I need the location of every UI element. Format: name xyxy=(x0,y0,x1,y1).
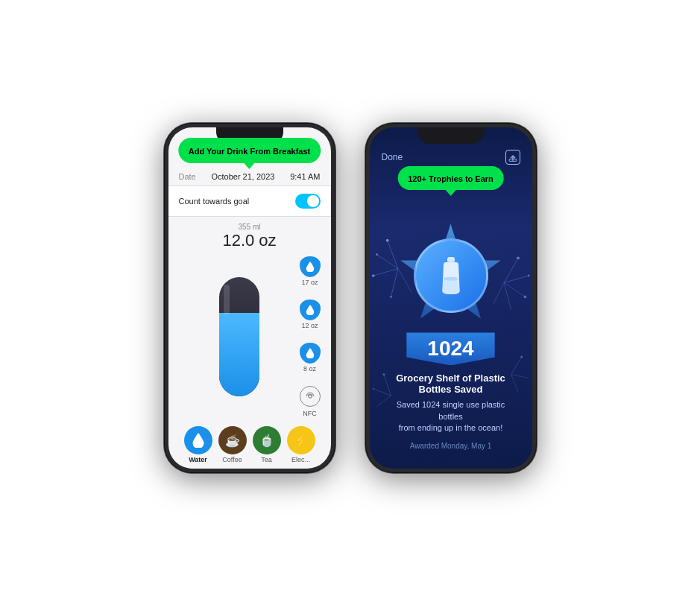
electrolyte-label: Elec... xyxy=(291,456,310,463)
tooltip-text: Add Your Drink From Breakfast xyxy=(189,147,310,156)
electrolyte-icon: ⚡ xyxy=(287,426,315,454)
size-12oz-drop xyxy=(300,299,321,320)
water-bottle xyxy=(219,277,259,396)
water-label: Water xyxy=(189,456,207,463)
add-drink-tooltip: Add Your Drink From Breakfast xyxy=(178,138,321,163)
trophies-tooltip-text: 120+ Trophies to Earn xyxy=(408,174,494,183)
size-17oz-label: 17 oz xyxy=(301,279,318,286)
amount-ml: 355 ml xyxy=(168,223,331,231)
size-17oz-button[interactable]: 17 oz xyxy=(300,256,321,286)
size-8oz-button[interactable]: 8 oz xyxy=(300,343,321,372)
size-8oz-label: 8 oz xyxy=(303,365,316,372)
main-area: 17 oz 12 oz 8 oz xyxy=(168,253,331,420)
phone-1: Add Your Drink From Breakfast Date Octob… xyxy=(164,123,335,473)
coffee-label: Coffee xyxy=(222,456,242,463)
trophy-number: 1024 xyxy=(427,337,473,361)
share-icon[interactable] xyxy=(505,150,520,165)
water-icon xyxy=(184,426,212,454)
nfc-icon xyxy=(300,386,321,407)
done-button[interactable]: Done xyxy=(382,152,403,162)
trophy-description: Saved 1024 single use plastic bottlesfro… xyxy=(385,399,517,434)
number-shield: 1024 xyxy=(406,332,494,365)
trophy-date: Awarded Monday, May 1 xyxy=(385,442,517,450)
date-value: October 21, 2023 xyxy=(211,172,274,181)
phone-2: Done 120+ Trophies to Earn xyxy=(365,123,537,473)
bottle-liquid xyxy=(219,313,259,396)
toggle-row[interactable]: Count towards goal xyxy=(168,186,331,217)
drink-electrolyte[interactable]: ⚡ Elec... xyxy=(287,426,315,463)
trophy-area: 1024 Grocery Shelf of Plastic Bottles Sa… xyxy=(370,168,532,469)
date-time: 9:41 AM xyxy=(290,172,320,181)
nfc-label: NFC xyxy=(303,410,317,417)
number-banner: 1024 xyxy=(406,332,494,365)
coffee-icon: ☕ xyxy=(218,426,247,454)
count-goal-toggle[interactable] xyxy=(295,194,321,209)
drink-water[interactable]: Water xyxy=(184,426,212,463)
app-container: Add Your Drink From Breakfast Date Octob… xyxy=(164,123,537,473)
drink-row: Water ☕ Coffee 🍵 Tea ⚡ Elec... xyxy=(168,420,331,469)
star-inner xyxy=(414,238,488,313)
phone-2-inner: Done 120+ Trophies to Earn xyxy=(370,127,532,469)
bottle-wrap xyxy=(179,256,300,417)
phone-2-screen: Done 120+ Trophies to Earn xyxy=(370,127,532,469)
top-bar: Done xyxy=(370,127,532,168)
bottle-outer xyxy=(219,277,259,396)
amount-display: 355 ml 12.0 oz xyxy=(168,217,331,253)
size-17oz-drop xyxy=(300,256,321,277)
star-badge xyxy=(399,224,503,328)
toggle-label: Count towards goal xyxy=(179,197,250,206)
drink-coffee[interactable]: ☕ Coffee xyxy=(218,426,247,463)
nfc-button[interactable]: NFC xyxy=(300,386,321,417)
svg-point-0 xyxy=(308,395,311,398)
phone-1-screen: Add Your Drink From Breakfast Date Octob… xyxy=(168,127,331,469)
size-12oz-button[interactable]: 12 oz xyxy=(300,299,321,329)
bottle-highlight xyxy=(224,285,230,314)
tea-label: Tea xyxy=(261,456,272,463)
tea-icon: 🍵 xyxy=(253,426,281,454)
trophy-text-block: Grocery Shelf of Plastic Bottles Saved S… xyxy=(370,365,532,449)
size-buttons: 17 oz 12 oz 8 oz xyxy=(300,256,321,417)
trophies-tooltip: 120+ Trophies to Earn xyxy=(397,166,504,190)
trophy-title: Grocery Shelf of Plastic Bottles Saved xyxy=(385,372,517,395)
bottle-svg xyxy=(438,257,464,294)
size-8oz-drop xyxy=(300,343,321,364)
svg-point-30 xyxy=(444,277,458,281)
phone-1-inner: Add Your Drink From Breakfast Date Octob… xyxy=(168,127,331,469)
svg-rect-29 xyxy=(447,257,455,262)
drink-tea[interactable]: 🍵 Tea xyxy=(253,426,281,463)
date-label: Date xyxy=(179,172,196,181)
amount-oz: 12.0 oz xyxy=(168,231,331,250)
size-12oz-label: 12 oz xyxy=(301,322,318,329)
